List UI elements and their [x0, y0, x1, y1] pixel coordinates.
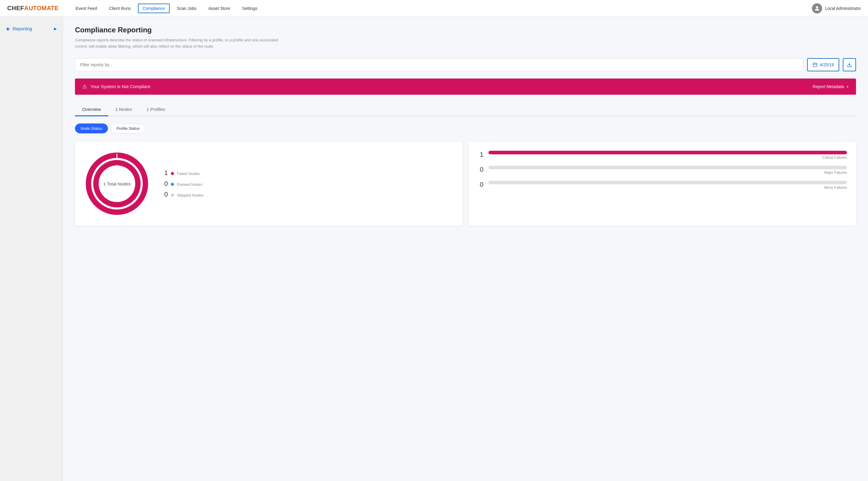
report-metadata-button[interactable]: Report Metadata + — [813, 84, 849, 89]
critical-bar-track — [489, 151, 847, 154]
skipped-count: 0 — [162, 191, 168, 198]
bar-chart-card: 1 Critical Failures 0 — [469, 142, 856, 226]
donut-center-label: 1 Total Nodes — [103, 181, 130, 186]
major-label: Major Failures — [824, 170, 847, 175]
major-bar-track — [489, 166, 847, 169]
page-title: Compliance Reporting — [75, 26, 856, 34]
major-count: 0 — [477, 166, 484, 173]
avatar — [812, 3, 822, 13]
failed-label: Failed Nodes — [177, 171, 200, 176]
minor-label: Minor Failures — [824, 186, 847, 190]
svg-point-0 — [816, 6, 818, 8]
status-toggle: Node Status Profile Status — [75, 124, 856, 133]
nav-user: Local Administrator — [812, 3, 861, 13]
donut-container: 1 Total Nodes — [84, 151, 150, 217]
nav-compliance[interactable]: Compliance — [138, 4, 170, 13]
download-button[interactable] — [843, 58, 856, 71]
donut-area: 1 Total Nodes 1 Failed Nodes 0 — [84, 151, 454, 217]
nav-asset-store[interactable]: Asset Store — [204, 4, 235, 13]
bar-item-minor: 0 Minor Failures — [477, 181, 847, 190]
donut-chart-card: 1 Total Nodes 1 Failed Nodes 0 — [75, 142, 463, 226]
minor-count: 0 — [477, 181, 484, 188]
tabs: Overview 1 Nodes 1 Profiles — [75, 103, 856, 116]
report-metadata-label: Report Metadata — [813, 84, 844, 89]
user-name: Local Administrator — [825, 6, 861, 11]
compliance-banner: ⚠ Your System is Not Compliant Report Me… — [75, 78, 856, 95]
failed-count: 1 — [162, 170, 168, 176]
bar-chart-area: 1 Critical Failures 0 — [477, 151, 847, 190]
major-bar-right: Major Failures — [489, 166, 847, 175]
logo-chef: CHEF — [7, 5, 24, 12]
main-content: Compliance Reporting Compliance reports … — [63, 17, 868, 481]
sidebar-item-reporting[interactable]: ◈ Reporting ▶ — [0, 22, 63, 36]
passed-label: Passed Nodes — [177, 182, 203, 187]
reporting-icon: ◈ — [6, 26, 9, 31]
nav-event-feed[interactable]: Event Feed — [71, 4, 102, 13]
chevron-right-icon: ▶ — [54, 27, 57, 31]
tab-profiles[interactable]: 1 Profiles — [139, 103, 173, 116]
nav-settings[interactable]: Settings — [238, 4, 262, 13]
logo-automate: AUTOMATE — [24, 5, 59, 12]
minor-bar-right: Minor Failures — [489, 181, 847, 190]
bar-item-major: 0 Major Failures — [477, 166, 847, 175]
failed-dot — [171, 172, 174, 175]
warning-icon: ⚠ — [82, 83, 87, 90]
skipped-label: Skipped Nodes — [177, 193, 203, 197]
charts-row: 1 Total Nodes 1 Failed Nodes 0 — [75, 142, 856, 226]
donut-legend: 1 Failed Nodes 0 Passed Nodes — [162, 170, 203, 198]
critical-bar-right: Critical Failures — [489, 151, 847, 160]
critical-label: Critical Failures — [822, 156, 847, 160]
tab-overview[interactable]: Overview — [75, 103, 108, 116]
nav-scan-jobs[interactable]: Scan Jobs — [172, 4, 201, 13]
profile-status-button[interactable]: Profile Status — [111, 124, 146, 133]
minor-bar-track — [489, 181, 847, 184]
banner-text: Your System is Not Compliant — [91, 84, 150, 89]
legend-item-skipped: 0 Skipped Nodes — [162, 191, 203, 198]
tab-nodes[interactable]: 1 Nodes — [108, 103, 140, 116]
critical-bar-fill — [489, 151, 847, 154]
passed-count: 0 — [162, 181, 168, 187]
passed-dot — [171, 183, 174, 186]
bar-item-critical: 1 Critical Failures — [477, 151, 847, 160]
node-status-button[interactable]: Node Status — [75, 124, 108, 133]
critical-count: 1 — [477, 151, 484, 158]
date-label: 4/25/19 — [820, 62, 834, 67]
legend-item-passed: 0 Passed Nodes — [162, 181, 203, 187]
legend-item-failed: 1 Failed Nodes — [162, 170, 203, 176]
sidebar: ◈ Reporting ▶ — [0, 17, 63, 481]
filter-bar: 4/25/19 — [75, 58, 856, 71]
plus-icon: + — [846, 84, 849, 89]
page-description: Compliance reports describe the status o… — [75, 37, 285, 50]
layout: ◈ Reporting ▶ Compliance Reporting Compl… — [0, 17, 868, 481]
filter-input[interactable] — [75, 58, 804, 71]
skipped-dot — [171, 194, 174, 197]
sidebar-item-label: Reporting — [12, 26, 32, 31]
svg-rect-1 — [813, 63, 817, 67]
nav-links: Event Feed Client Runs Compliance Scan J… — [71, 4, 812, 13]
banner-left: ⚠ Your System is Not Compliant — [82, 83, 150, 90]
logo: CHEFAUTOMATE — [7, 5, 59, 12]
top-nav: CHEFAUTOMATE Event Feed Client Runs Comp… — [0, 0, 868, 17]
date-filter-button[interactable]: 4/25/19 — [807, 58, 839, 71]
nav-client-runs[interactable]: Client Runs — [104, 4, 135, 13]
